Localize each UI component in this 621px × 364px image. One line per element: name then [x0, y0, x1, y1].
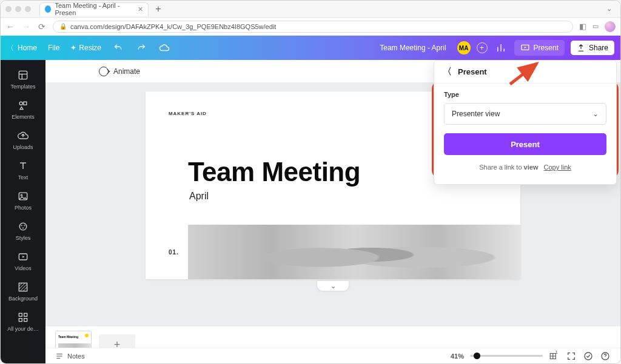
extension-icon-2[interactable]: ▭	[592, 22, 599, 30]
svg-line-16	[20, 284, 27, 291]
browser-toolbar: ← → ⟳ 🔒 canva.com/design/DAFAkZPK4_k/Cw_…	[1, 18, 620, 36]
rail-label: All your de…	[7, 326, 39, 332]
panel-title: Present	[458, 67, 487, 76]
svg-rect-21	[24, 319, 27, 322]
cloud-sync-icon[interactable]	[157, 41, 172, 55]
animate-icon	[99, 67, 109, 76]
svg-point-28	[585, 352, 592, 360]
rail-apps[interactable]: All your de…	[1, 307, 45, 336]
page-expand-handle[interactable]: ⌄	[317, 280, 349, 291]
help-button[interactable]	[600, 351, 611, 362]
help-check-button[interactable]	[583, 351, 594, 362]
reload-button[interactable]: ⟳	[37, 22, 47, 31]
share-link-text: Share a link to	[479, 164, 522, 171]
notes-icon	[55, 352, 64, 360]
rail-label: Uploads	[13, 144, 33, 150]
present-cta-button[interactable]: Present	[444, 133, 606, 155]
rail-photos[interactable]: Photos	[1, 186, 45, 215]
zoom-dot[interactable]	[25, 6, 31, 12]
rail-uploads[interactable]: Uploads	[1, 125, 45, 154]
slide-subtitle[interactable]: April	[189, 191, 209, 202]
zoom-value: 41%	[451, 352, 464, 360]
add-collaborator-button[interactable]: +	[477, 42, 488, 53]
rail-label: Styles	[16, 235, 31, 241]
chevron-left-icon: 〈	[7, 43, 14, 53]
user-avatar[interactable]: MA	[457, 41, 471, 55]
undo-button[interactable]	[111, 41, 126, 55]
grid-view-button[interactable]: 1	[549, 351, 560, 362]
select-value: Presenter view	[452, 110, 500, 118]
zoom-knob[interactable]	[474, 352, 480, 359]
share-link-row: Share a link to view Copy link	[444, 164, 606, 171]
notes-toggle[interactable]: Notes	[55, 352, 85, 360]
svg-rect-18	[19, 313, 22, 316]
animate-label: Animate	[113, 67, 140, 76]
zoom-slider[interactable]	[470, 355, 543, 357]
present-type-select[interactable]: Presenter view ⌄	[444, 103, 606, 125]
svg-rect-5	[24, 102, 27, 105]
slide-page-number: 01.	[169, 249, 179, 256]
browser-tab[interactable]: Team Meeting - April - Presen ✕	[39, 2, 149, 16]
tab-title: Team Meeting - April - Presen	[55, 2, 132, 16]
file-menu[interactable]: File	[48, 44, 59, 52]
rail-videos[interactable]: Videos	[1, 247, 45, 276]
share-button[interactable]: Share	[571, 41, 614, 55]
editor-footer: Notes 41% 1	[45, 348, 620, 363]
toolbar-right: ◧ ▭	[579, 21, 616, 32]
home-label: Home	[18, 44, 37, 52]
new-tab-button[interactable]: +	[152, 4, 164, 15]
present-button[interactable]: Present	[514, 40, 565, 56]
canva-favicon	[45, 5, 51, 13]
rail-label: Videos	[15, 265, 31, 271]
svg-point-10	[24, 225, 25, 227]
rail-label: Templates	[10, 84, 35, 90]
svg-point-8	[19, 223, 27, 230]
svg-rect-20	[19, 319, 22, 322]
close-tab-icon[interactable]: ✕	[138, 5, 143, 13]
chevron-down-icon: ⌄	[592, 110, 599, 118]
svg-point-9	[21, 225, 22, 227]
rail-background[interactable]: Background	[1, 277, 45, 306]
animate-button[interactable]: Animate	[99, 67, 140, 76]
insights-button[interactable]	[494, 41, 508, 55]
svg-point-4	[19, 102, 22, 105]
svg-point-11	[22, 228, 24, 229]
svg-rect-1	[19, 71, 27, 79]
document-title[interactable]: Team Meeting - April	[380, 44, 446, 52]
url-text: canva.com/design/DAFAkZPK4_k/Cw_3g_PQE9E…	[70, 23, 276, 30]
rail-styles[interactable]: Styles	[1, 216, 45, 245]
present-panel: 〈 Present Type Presenter view ⌄ Present …	[434, 60, 617, 185]
copy-link-button[interactable]: Copy link	[544, 164, 571, 171]
rail-text[interactable]: Text	[1, 156, 45, 185]
window-controls[interactable]	[5, 6, 31, 12]
address-bar[interactable]: 🔒 canva.com/design/DAFAkZPK4_k/Cw_3g_PQE…	[53, 21, 573, 33]
slide-title[interactable]: Team Meeting	[188, 157, 360, 187]
panel-back-button[interactable]: 〈	[443, 66, 452, 78]
lock-icon: 🔒	[59, 23, 67, 30]
svg-point-30	[605, 357, 606, 358]
present-label: Present	[534, 44, 559, 52]
tabs-dropdown-icon[interactable]: ⌄	[606, 5, 612, 13]
minimize-dot[interactable]	[15, 6, 21, 12]
rail-templates[interactable]: Templates	[1, 65, 45, 94]
thumbnail-badge	[85, 334, 89, 337]
share-label: Share	[589, 44, 608, 52]
rail-label: Background	[8, 296, 38, 302]
redo-button[interactable]	[134, 41, 149, 55]
forward-button[interactable]: →	[21, 22, 31, 31]
svg-rect-19	[24, 313, 27, 316]
thumbnail-label: Team Meeting	[58, 335, 78, 339]
slide-hero-image[interactable]	[188, 225, 520, 279]
resize-menu[interactable]: ✦Resize	[70, 44, 101, 52]
type-label: Type	[444, 91, 606, 98]
close-dot[interactable]	[5, 6, 12, 12]
back-button[interactable]: ←	[5, 22, 15, 31]
home-button[interactable]: 〈 Home	[7, 43, 37, 53]
profile-avatar[interactable]	[605, 21, 616, 32]
rail-label: Elements	[12, 114, 35, 120]
svg-rect-13	[19, 283, 27, 291]
browser-window: Team Meeting - April - Presen ✕ + ⌄ ← → …	[0, 0, 621, 364]
extension-icon[interactable]: ◧	[579, 22, 586, 31]
rail-elements[interactable]: Elements	[1, 95, 45, 124]
fullscreen-button[interactable]	[566, 351, 577, 362]
